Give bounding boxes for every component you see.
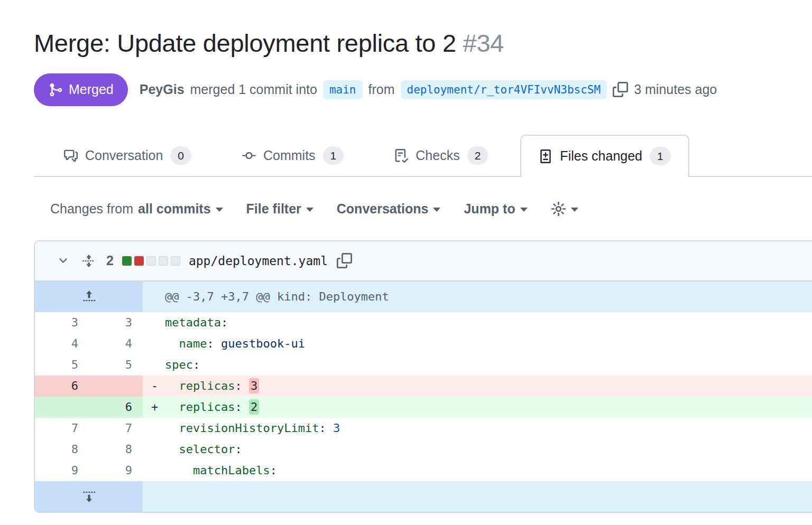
diff-settings-dropdown[interactable]	[551, 201, 578, 217]
conversations-dropdown[interactable]: Conversations	[337, 201, 441, 217]
old-line-number[interactable]: 9	[35, 460, 89, 481]
code-text: matchLabels:	[165, 460, 812, 481]
merged-timestamp: 3 minutes ago	[634, 82, 717, 97]
byline-row: Merged PeyGis merged 1 commit into main …	[34, 73, 812, 106]
new-line-number[interactable]: 4	[89, 333, 143, 354]
copy-icon	[613, 82, 628, 97]
expand-bottom-area	[143, 481, 812, 512]
new-line-number[interactable]: 9	[89, 460, 143, 481]
chevron-down-icon	[571, 208, 578, 212]
byline-action-text: merged 1 commit into	[190, 82, 317, 97]
new-line-number[interactable]	[89, 376, 143, 397]
diffstat-neutral-square	[171, 256, 180, 266]
hunk-header-text: @@ -3,7 +3,7 @@ kind: Deployment	[143, 282, 812, 312]
diff-sign	[143, 312, 165, 333]
merged-state-badge: Merged	[34, 73, 128, 106]
diffstat-squares	[122, 256, 180, 266]
diff-line-context: 55spec:	[35, 354, 812, 376]
changes-from-dropdown[interactable]: Changes from all commits	[50, 201, 223, 217]
code-text: revisionHistoryLimit: 3	[165, 418, 812, 439]
code-text: replicas: 2	[165, 397, 812, 418]
diffstat-deletion-square	[134, 256, 144, 266]
expand-hunk-down-button[interactable]	[35, 481, 143, 512]
hunk-header-row: @@ -3,7 +3,7 @@ kind: Deployment	[35, 282, 812, 312]
chevron-down-icon	[57, 255, 69, 267]
diff-table: @@ -3,7 +3,7 @@ kind: Deployment 33metad…	[35, 282, 812, 512]
chevron-down-icon	[306, 208, 313, 212]
new-line-number[interactable]: 8	[89, 439, 143, 460]
old-line-number[interactable]: 7	[35, 418, 89, 439]
byline-from-text: from	[368, 82, 395, 97]
comment-discussion-icon	[64, 149, 78, 163]
diff-sign: -	[143, 376, 165, 397]
diffstat-neutral-square	[146, 256, 156, 266]
git-merge-icon	[48, 82, 63, 97]
git-commit-icon	[242, 149, 256, 163]
diff-sign	[143, 354, 165, 376]
expand-all-hunks-button[interactable]	[82, 254, 96, 268]
head-branch-label[interactable]: deployment/r_tor4VFIvvN3bscSM	[401, 80, 607, 99]
diff-toolbar: Changes from all commits File filter Con…	[50, 201, 812, 217]
chevron-down-icon	[216, 208, 223, 212]
collapse-file-button[interactable]	[57, 255, 69, 267]
copy-file-path-button[interactable]	[337, 253, 352, 268]
unfold-up-icon	[82, 289, 96, 304]
diff-line-del: 6- replicas: 3	[35, 376, 812, 397]
old-line-number[interactable]: 4	[35, 333, 89, 354]
code-text: metadata:	[165, 312, 812, 333]
page-title: Merge: Update deployment replica to 2 #3…	[34, 26, 812, 61]
unfold-vertical-icon	[82, 254, 96, 268]
jump-to-dropdown[interactable]: Jump to	[464, 201, 527, 217]
file-diff-icon	[539, 149, 552, 163]
diff-sign	[143, 460, 165, 481]
code-text: name: guestbook-ui	[165, 333, 812, 354]
old-line-number[interactable]: 5	[35, 354, 89, 376]
unfold-down-icon	[82, 489, 96, 503]
pr-number: #34	[463, 29, 504, 57]
diff-sign	[143, 439, 165, 460]
diff-line-context: 33metadata:	[35, 312, 812, 333]
tab-counter: 1	[650, 147, 671, 165]
pr-title-text: Merge: Update deployment replica to 2	[34, 29, 456, 57]
expand-hunk-up-button[interactable]	[35, 282, 143, 312]
new-line-number[interactable]: 3	[89, 312, 143, 333]
diffstat-neutral-square	[159, 256, 168, 266]
tab-counter: 0	[170, 146, 191, 165]
file-filter-dropdown[interactable]: File filter	[246, 201, 313, 217]
code-text: spec:	[165, 354, 812, 376]
diff-sign	[143, 418, 165, 439]
merged-state-label: Merged	[69, 82, 114, 97]
file-name[interactable]: app/deployment.yaml	[189, 254, 328, 268]
copy-branch-button[interactable]	[613, 82, 628, 97]
new-line-number[interactable]: 7	[89, 418, 143, 439]
diffstat-addition-square	[122, 256, 132, 266]
diff-sign	[143, 333, 165, 354]
old-line-number[interactable]: 8	[35, 439, 89, 460]
changes-from-label: Changes from	[50, 201, 133, 217]
code-text: replicas: 3	[165, 376, 812, 397]
tab-label: Files changed	[560, 148, 642, 164]
diff-line-add: 6+ replicas: 2	[35, 397, 812, 418]
base-branch-label[interactable]: main	[323, 80, 363, 99]
chevron-down-icon	[433, 208, 440, 212]
diff-line-context: 77 revisionHistoryLimit: 3	[35, 418, 812, 439]
old-line-number[interactable]: 6	[35, 376, 89, 397]
new-line-number[interactable]: 5	[89, 354, 143, 376]
gear-icon	[551, 201, 566, 217]
new-line-number[interactable]: 6	[89, 397, 143, 418]
tab-label: Checks	[416, 148, 459, 163]
author-link[interactable]: PeyGis	[140, 82, 184, 97]
old-line-number[interactable]	[35, 397, 89, 418]
old-line-number[interactable]: 3	[35, 312, 89, 333]
diff-file-header: 2 app/deployment.yaml	[35, 241, 812, 282]
changes-from-value: all commits	[138, 201, 211, 217]
diff-line-context: 99 matchLabels:	[35, 460, 812, 481]
pr-tabs: Conversation 0 Commits 1 Checks 2 Files …	[34, 135, 812, 177]
tab-commits[interactable]: Commits 1	[224, 135, 362, 176]
chevron-down-icon	[520, 208, 528, 212]
tab-checks[interactable]: Checks 2	[376, 135, 506, 176]
tab-counter: 1	[323, 146, 344, 165]
tab-files-changed[interactable]: Files changed 1	[520, 135, 689, 177]
tab-conversation[interactable]: Conversation 0	[45, 135, 210, 176]
diff-line-context: 44 name: guestbook-ui	[35, 333, 812, 354]
